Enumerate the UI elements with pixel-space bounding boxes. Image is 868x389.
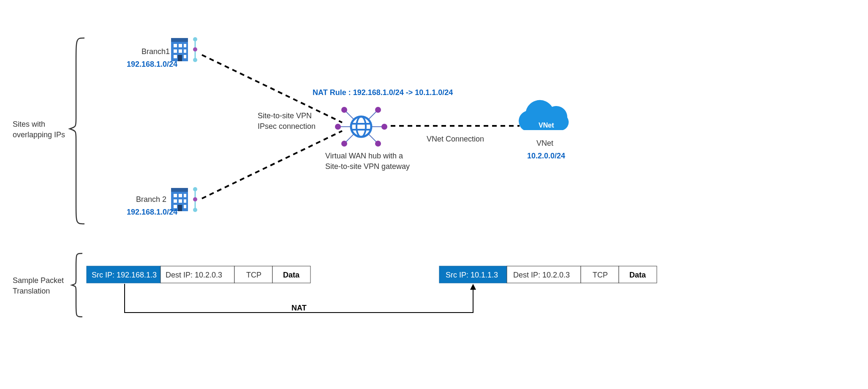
packet-before-proto: TCP <box>246 271 261 279</box>
vpn-label-line1: Site-to-site VPN <box>258 112 312 120</box>
network-spine-icon <box>193 187 197 212</box>
packet-before-dest: Dest IP: 10.2.0.3 <box>166 271 222 279</box>
svg-rect-18 <box>179 194 182 197</box>
packet-before: Src IP: 192.168.1.3 Dest IP: 10.2.0.3 TC… <box>87 266 310 283</box>
branch1-group <box>171 37 197 62</box>
svg-point-13 <box>193 47 197 52</box>
vpn-label-line2: IPsec connection <box>258 122 316 131</box>
svg-rect-1 <box>171 38 188 42</box>
svg-rect-24 <box>184 205 186 208</box>
branch2-label: Branch 2 <box>136 195 166 204</box>
packet-label-line2: Translation <box>13 287 50 295</box>
svg-rect-6 <box>179 49 182 53</box>
hub-label-line1: Virtual WAN hub with a <box>325 152 403 160</box>
packet-before-src: Src IP: 192.168.1.3 <box>92 271 157 279</box>
svg-point-27 <box>193 187 197 191</box>
branch1-ip: 192.168.1.0/24 <box>127 60 177 68</box>
svg-point-14 <box>193 58 197 62</box>
packet-after-src: Src IP: 10.1.1.3 <box>446 271 498 279</box>
brace-sites <box>70 38 84 224</box>
wan-hub-icon <box>335 107 387 147</box>
svg-point-36 <box>375 107 381 113</box>
svg-rect-19 <box>184 194 186 197</box>
sites-label-line1: Sites with <box>13 120 45 128</box>
vnet-ip: 10.2.0.0/24 <box>527 152 565 160</box>
packet-after-proto: TCP <box>593 271 608 279</box>
svg-rect-9 <box>184 55 186 58</box>
network-spine-icon <box>193 37 197 62</box>
svg-point-41 <box>335 124 341 130</box>
svg-rect-20 <box>174 199 177 203</box>
diagram-canvas: Sites with overlapping IPs Branch1 192.1… <box>0 0 868 389</box>
svg-point-12 <box>193 37 197 41</box>
svg-rect-10 <box>178 55 182 61</box>
packet-after-data: Data <box>629 271 646 279</box>
packet-before-data: Data <box>283 271 300 279</box>
svg-rect-4 <box>184 44 186 47</box>
building-icon <box>171 38 188 61</box>
svg-rect-7 <box>184 49 186 53</box>
svg-rect-16 <box>171 188 188 192</box>
vnet-connection-label: VNet Connection <box>427 135 484 143</box>
svg-rect-2 <box>174 44 177 47</box>
svg-rect-21 <box>179 199 182 203</box>
packet-label-line1: Sample Packet <box>13 276 64 285</box>
svg-rect-5 <box>174 49 177 53</box>
svg-rect-3 <box>179 44 182 47</box>
svg-point-42 <box>351 117 371 137</box>
link-branch2-hub <box>202 131 342 199</box>
nat-arrow-label: NAT <box>291 304 307 312</box>
svg-point-38 <box>375 141 381 147</box>
branch2-ip: 192.168.1.0/24 <box>127 208 177 216</box>
svg-point-39 <box>341 141 347 147</box>
svg-rect-17 <box>174 194 177 197</box>
svg-point-37 <box>341 107 347 113</box>
vnet-label: VNet <box>536 139 553 147</box>
vnet-cloud-text: VNet <box>539 122 554 129</box>
branch1-label: Branch1 <box>141 47 170 56</box>
svg-point-29 <box>193 208 197 212</box>
svg-point-40 <box>381 124 387 130</box>
nat-rule-text: NAT Rule : 192.168.1.0/24 -> 10.1.1.0/24 <box>313 88 453 97</box>
packet-after-dest: Dest IP: 10.2.0.3 <box>513 271 570 279</box>
svg-point-28 <box>193 197 197 201</box>
brace-packet <box>72 253 82 317</box>
packet-after: Src IP: 10.1.1.3 Dest IP: 10.2.0.3 TCP D… <box>439 266 657 283</box>
svg-rect-25 <box>178 205 182 211</box>
sites-label-line2: overlapping IPs <box>13 131 65 139</box>
svg-rect-22 <box>184 199 186 203</box>
hub-label-line2: Site-to-site VPN gateway <box>325 162 410 171</box>
svg-rect-8 <box>174 55 177 58</box>
